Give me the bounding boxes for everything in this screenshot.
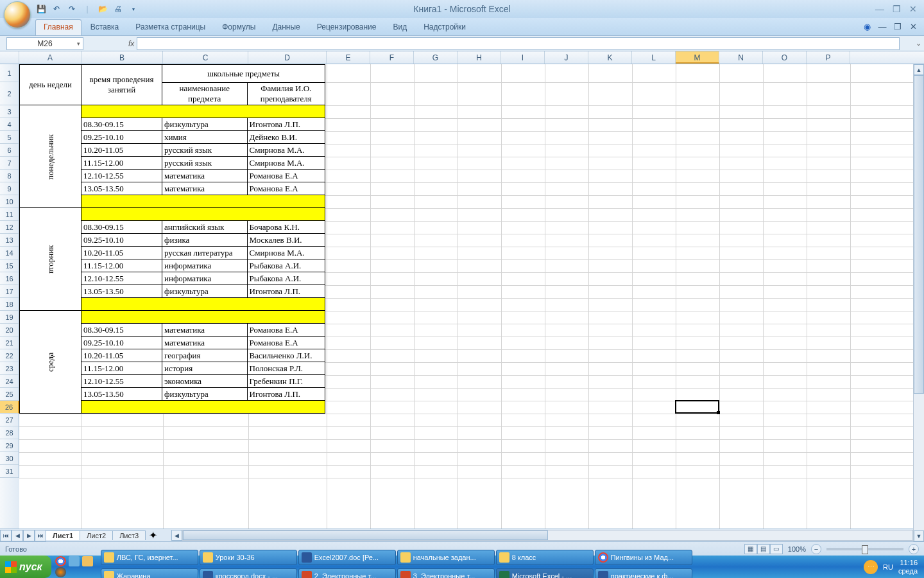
qat-customize-icon[interactable]: ▾ xyxy=(128,3,139,15)
col-header-K[interactable]: K xyxy=(588,51,632,64)
cell-time[interactable]: 11.15-12.00 xyxy=(81,362,162,375)
col-header-M[interactable]: M xyxy=(676,51,719,64)
taskbar-task[interactable]: начальные задан... xyxy=(397,550,495,565)
hscroll-thumb[interactable] xyxy=(183,530,547,540)
cell-teacher[interactable]: Москалев В.И. xyxy=(247,234,325,247)
row-header-6[interactable]: 6 xyxy=(0,144,19,157)
taskbar-task[interactable]: Пингвины из Мад... xyxy=(595,550,692,565)
row-header-1[interactable]: 1 xyxy=(0,64,19,82)
start-button[interactable]: пуск xyxy=(0,556,51,578)
cell-teacher[interactable]: Полонская Р.Л. xyxy=(247,362,325,375)
help-icon[interactable]: ◉ xyxy=(861,21,873,32)
cell-teacher[interactable]: Романова Е.А xyxy=(247,337,325,349)
insert-sheet-icon[interactable]: ✦ xyxy=(147,530,158,541)
name-box[interactable]: M26 xyxy=(6,37,83,50)
cell-teacher[interactable]: Рыбакова А.И. xyxy=(247,259,325,272)
cell-teacher[interactable]: Рыбакова А.И. xyxy=(247,272,325,285)
tab-home[interactable]: Главная xyxy=(35,19,81,35)
cell-teacher[interactable]: Дейнеко В.И. xyxy=(247,131,325,144)
sheet-nav-last-icon[interactable]: ⏭ xyxy=(35,530,46,541)
row-header-22[interactable]: 22 xyxy=(0,349,19,362)
vertical-scrollbar[interactable]: ▲ ▼ xyxy=(913,64,924,529)
zoom-slider[interactable] xyxy=(826,548,903,550)
row-header-5[interactable]: 5 xyxy=(0,131,19,144)
tab-formulas[interactable]: Формулы xyxy=(214,20,263,35)
inner-restore-icon[interactable]: ❐ xyxy=(892,21,903,32)
language-indicator[interactable]: RU xyxy=(883,563,893,571)
save-icon[interactable]: 💾 xyxy=(35,3,47,15)
row-header-17[interactable]: 17 xyxy=(0,285,19,298)
select-all-corner[interactable] xyxy=(0,51,19,64)
cell-teacher[interactable]: Игонтова Л.П. xyxy=(247,285,325,298)
cell-time[interactable]: 11.15-12.00 xyxy=(81,157,162,170)
row-header-21[interactable]: 21 xyxy=(0,337,19,349)
cell-subject[interactable]: английский язык xyxy=(162,221,248,234)
cell-teacher[interactable]: Смирнова М.А. xyxy=(247,247,325,259)
row-header-12[interactable]: 12 xyxy=(0,221,19,234)
col-header-F[interactable]: F xyxy=(370,51,414,64)
sheet-nav-first-icon[interactable]: ⏮ xyxy=(0,530,12,541)
row-header-30[interactable]: 30 xyxy=(0,452,19,465)
cell-subject[interactable]: русская литература xyxy=(162,247,248,259)
formula-bar-expand-icon[interactable]: ⌄ xyxy=(912,39,924,48)
cell-teacher[interactable]: Смирнова М.А. xyxy=(247,157,325,170)
row-header-11[interactable]: 11 xyxy=(0,208,19,221)
restore-icon[interactable]: ❐ xyxy=(889,3,903,15)
row-header-20[interactable]: 20 xyxy=(0,324,19,337)
tab-addins[interactable]: Надстройки xyxy=(416,20,474,35)
vscroll-thumb[interactable] xyxy=(914,75,924,394)
cell-time[interactable]: 13.05-13.50 xyxy=(81,388,162,401)
cell-subject[interactable]: экономика xyxy=(162,375,248,388)
ql-media-player-icon[interactable] xyxy=(55,567,66,577)
cell-time[interactable]: 12.10-12.55 xyxy=(81,170,162,182)
cell-subject[interactable]: математика xyxy=(162,170,248,182)
row-header-27[interactable]: 27 xyxy=(0,414,19,426)
row-header-3[interactable]: 3 xyxy=(0,105,19,118)
close-icon[interactable]: ✕ xyxy=(906,3,920,15)
row-header-9[interactable]: 9 xyxy=(0,182,19,195)
cell-time[interactable]: 08.30-09.15 xyxy=(81,221,162,234)
open-icon[interactable]: 📂 xyxy=(97,3,108,15)
cell-teacher[interactable]: Гребенкин П.Г. xyxy=(247,375,325,388)
cell-time[interactable]: 12.10-12.55 xyxy=(81,375,162,388)
cell-time[interactable]: 11.15-12.00 xyxy=(81,259,162,272)
col-header-E[interactable]: E xyxy=(327,51,370,64)
taskbar-task[interactable]: ЛВС, ГС, изернет... xyxy=(101,550,198,565)
cell-time[interactable]: 09.25-10.10 xyxy=(81,337,162,349)
taskbar-task[interactable]: Уроки 30-36 xyxy=(200,550,297,565)
grid-cells[interactable]: день недели время проведения занятий шко… xyxy=(19,64,924,529)
tab-view[interactable]: Вид xyxy=(385,20,415,35)
cell-time[interactable]: 09.25-10.10 xyxy=(81,131,162,144)
formula-input[interactable] xyxy=(137,37,900,50)
tab-page-layout[interactable]: Разметка страницы xyxy=(128,20,213,35)
cell-time[interactable]: 13.05-13.50 xyxy=(81,182,162,195)
sheet-tab-3[interactable]: Лист3 xyxy=(112,530,146,540)
cell-subject[interactable]: история xyxy=(162,362,248,375)
row-header-19[interactable]: 19 xyxy=(0,311,19,324)
cell-subject[interactable]: химия xyxy=(162,131,248,144)
taskbar-task[interactable]: практические к ф... xyxy=(595,568,692,578)
cell-time[interactable]: 08.30-09.15 xyxy=(81,324,162,337)
cell-subject[interactable]: русский язык xyxy=(162,144,248,157)
row-header-10[interactable]: 10 xyxy=(0,195,19,208)
row-header-25[interactable]: 25 xyxy=(0,388,19,401)
notification-icon[interactable]: ⋯ xyxy=(864,560,878,574)
cell-time[interactable]: 10.20-11.05 xyxy=(81,349,162,362)
row-header-7[interactable]: 7 xyxy=(0,157,19,170)
row-header-2[interactable]: 2 xyxy=(0,82,19,105)
col-header-G[interactable]: G xyxy=(414,51,458,64)
cell-teacher[interactable]: Васильченко Л.И. xyxy=(247,349,325,362)
ql-explorer-icon[interactable] xyxy=(82,556,93,566)
cell-subject[interactable]: физкультура xyxy=(162,285,248,298)
inner-minimize-icon[interactable]: — xyxy=(877,21,888,32)
cell-time[interactable]: 10.20-11.05 xyxy=(81,144,162,157)
minimize-icon[interactable]: — xyxy=(873,3,887,15)
col-header-C[interactable]: C xyxy=(163,51,248,64)
cell-subject[interactable]: русский язык xyxy=(162,157,248,170)
cell-teacher[interactable]: Романова Е.А xyxy=(247,182,325,195)
col-header-I[interactable]: I xyxy=(501,51,545,64)
cell-subject[interactable]: физкультура xyxy=(162,118,248,131)
cell-teacher[interactable]: Бочарова К.Н. xyxy=(247,221,325,234)
tab-insert[interactable]: Вставка xyxy=(83,20,127,35)
col-header-H[interactable]: H xyxy=(458,51,501,64)
